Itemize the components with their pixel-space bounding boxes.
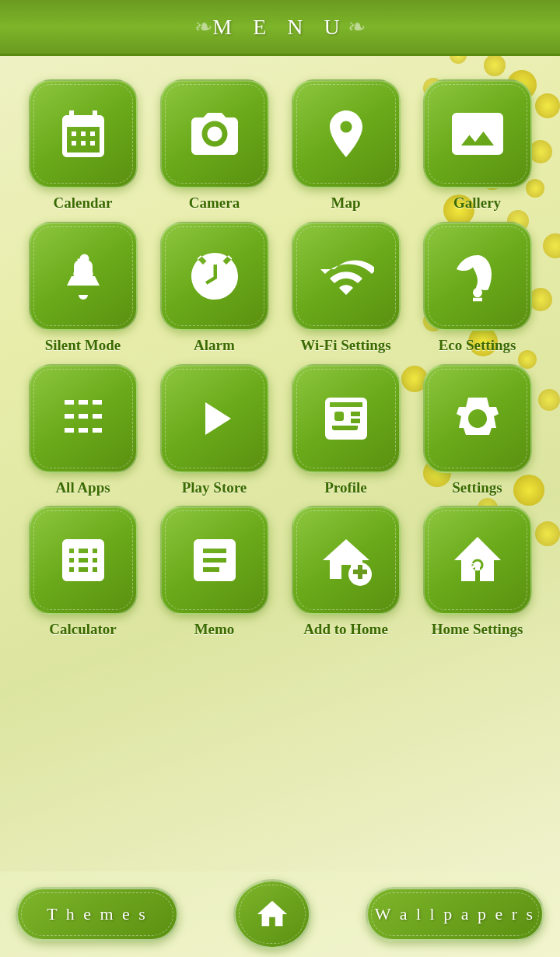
icons-grid: Calendar Camera Map Gallery Silent Mode … — [0, 56, 560, 654]
alarm-item[interactable]: Alarm — [153, 222, 275, 355]
home-button[interactable] — [233, 879, 311, 949]
eco-settings-label: Eco Settings — [439, 337, 516, 355]
gallery-icon-box[interactable] — [423, 79, 532, 188]
calculator-icon — [55, 532, 111, 588]
camera-item[interactable]: Camera — [153, 79, 275, 212]
settings-icon-box[interactable] — [423, 364, 532, 473]
profile-label: Profile — [324, 479, 367, 497]
calculator-item[interactable]: Calculator — [22, 506, 144, 639]
settings-item[interactable]: Settings — [416, 364, 538, 497]
svg-point-0 — [473, 288, 482, 297]
settings-label: Settings — [452, 479, 502, 497]
gallery-label: Gallery — [453, 195, 501, 212]
camera-label: Camera — [189, 195, 240, 212]
camera-icon-box[interactable] — [160, 79, 269, 188]
svg-point-2 — [348, 563, 372, 586]
eco-icon — [450, 248, 506, 304]
bottom-bar: T h e m e s W a l l p a p e r s — [0, 871, 560, 957]
home-settings-icon — [450, 532, 506, 588]
menu-title: M E N U — [212, 15, 347, 40]
map-icon — [318, 106, 374, 162]
alarm-label: Alarm — [194, 337, 235, 355]
camera-icon — [187, 106, 243, 162]
wifi-settings-icon-box[interactable] — [292, 222, 401, 331]
add-to-home-icon-box[interactable] — [292, 506, 401, 615]
home-button-icon — [254, 896, 290, 932]
calendar-label: Calendar — [54, 195, 113, 212]
map-label: Map — [331, 195, 361, 212]
alarm-icon-box[interactable] — [160, 222, 269, 331]
map-icon-box[interactable] — [292, 79, 401, 188]
play-store-label: Play Store — [182, 479, 247, 497]
silent-mode-icon-box[interactable] — [29, 222, 138, 331]
all-apps-item[interactable]: All Apps — [22, 364, 144, 497]
svg-point-3 — [474, 562, 481, 569]
add-to-home-item[interactable]: Add to Home — [285, 506, 407, 639]
profile-icon-box[interactable] — [292, 364, 401, 473]
wifi-icon — [318, 248, 374, 304]
home-settings-label: Home Settings — [432, 621, 523, 639]
all-apps-icon-box[interactable] — [29, 364, 138, 473]
settings-icon — [450, 391, 506, 447]
calendar-icon — [55, 106, 111, 162]
silent-mode-icon — [55, 248, 111, 304]
calendar-item[interactable]: Calendar — [22, 79, 144, 212]
eco-settings-icon-box[interactable] — [423, 222, 532, 331]
silent-mode-item[interactable]: Silent Mode — [22, 222, 144, 355]
alarm-icon — [187, 248, 243, 304]
themes-button[interactable]: T h e m e s — [16, 887, 179, 941]
all-apps-icon — [55, 391, 111, 447]
eco-settings-item[interactable]: Eco Settings — [416, 222, 538, 355]
silent-mode-label: Silent Mode — [45, 337, 121, 355]
play-store-item[interactable]: Play Store — [153, 364, 275, 497]
add-to-home-icon — [318, 532, 374, 588]
themes-label: T h e m e s — [47, 904, 148, 924]
header-swirl-left: ❧ — [194, 14, 212, 40]
map-item[interactable]: Map — [285, 79, 407, 212]
memo-item[interactable]: Memo — [153, 506, 275, 639]
wifi-settings-item[interactable]: Wi-Fi Settings — [285, 222, 407, 355]
calculator-label: Calculator — [49, 621, 117, 639]
gallery-icon — [450, 106, 506, 162]
memo-label: Memo — [194, 621, 235, 639]
header-swirl-right: ❧ — [348, 14, 366, 40]
play-store-icon-box[interactable] — [160, 364, 269, 473]
home-settings-icon-box[interactable] — [423, 506, 532, 615]
wallpapers-label: W a l l p a p e r s — [375, 904, 535, 924]
home-settings-item[interactable]: Home Settings — [416, 506, 538, 639]
add-to-home-label: Add to Home — [303, 621, 388, 639]
wifi-settings-label: Wi-Fi Settings — [300, 337, 390, 355]
play-store-icon — [187, 391, 243, 447]
profile-item[interactable]: Profile — [285, 364, 407, 497]
header: ❧ M E N U ❧ — [0, 0, 560, 56]
gallery-item[interactable]: Gallery — [416, 79, 538, 212]
profile-icon — [318, 391, 374, 447]
all-apps-label: All Apps — [55, 479, 110, 497]
calendar-icon-box[interactable] — [29, 79, 138, 188]
memo-icon-box[interactable] — [160, 506, 269, 615]
wallpapers-button[interactable]: W a l l p a p e r s — [366, 887, 544, 941]
calculator-icon-box[interactable] — [29, 506, 138, 615]
memo-icon — [187, 532, 243, 588]
